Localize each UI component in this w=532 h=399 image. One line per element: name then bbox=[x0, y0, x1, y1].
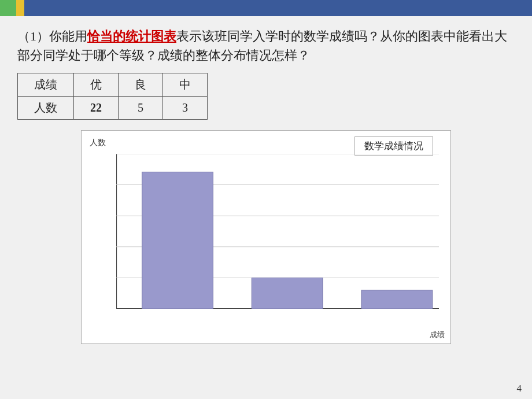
table-cell-header-0: 成绩 bbox=[18, 73, 74, 97]
svg-rect-13 bbox=[142, 172, 213, 309]
question-highlight: 恰当的统计图表 bbox=[87, 29, 176, 43]
table-cell-header-2: 良 bbox=[119, 73, 163, 97]
data-table: 成绩 优 良 中 人数 22 5 3 bbox=[17, 73, 208, 120]
top-bar-cross bbox=[16, 0, 24, 16]
svg-rect-15 bbox=[361, 290, 433, 309]
top-bar bbox=[0, 0, 532, 16]
page-number: 4 bbox=[517, 383, 522, 394]
content-area: （1）你能用恰当的统计图表表示该班同学入学时的数学成绩吗？从你的图表中能看出大部… bbox=[0, 16, 532, 399]
table-cell-data-0: 人数 bbox=[18, 97, 74, 120]
question-text: （1）你能用恰当的统计图表表示该班同学入学时的数学成绩吗？从你的图表中能看出大部… bbox=[17, 27, 515, 65]
table-row-header: 成绩 优 良 中 bbox=[18, 73, 208, 97]
chart-svg: 0 5 10 15 20 25 优 良 中 bbox=[116, 154, 439, 309]
chart-x-label: 成绩 bbox=[430, 330, 445, 340]
chart-title: 数学成绩情况 bbox=[354, 136, 433, 156]
table-cell-header-3: 中 bbox=[163, 73, 208, 97]
table-cell-data-1: 22 bbox=[74, 97, 119, 120]
svg-rect-14 bbox=[252, 278, 323, 309]
chart-y-label: 人数 bbox=[90, 138, 106, 148]
slide: （1）你能用恰当的统计图表表示该班同学入学时的数学成绩吗？从你的图表中能看出大部… bbox=[0, 0, 532, 399]
question-prefix: （1）你能用 bbox=[17, 29, 87, 43]
chart-container: 数学成绩情况 人数 成绩 0 5 10 bbox=[81, 130, 451, 344]
top-bar-green bbox=[0, 0, 17, 16]
table-cell-data-2: 5 bbox=[119, 97, 163, 120]
table-cell-header-1: 优 bbox=[74, 73, 119, 97]
table-row-data: 人数 22 5 3 bbox=[18, 97, 208, 120]
table-cell-data-3: 3 bbox=[163, 97, 208, 120]
